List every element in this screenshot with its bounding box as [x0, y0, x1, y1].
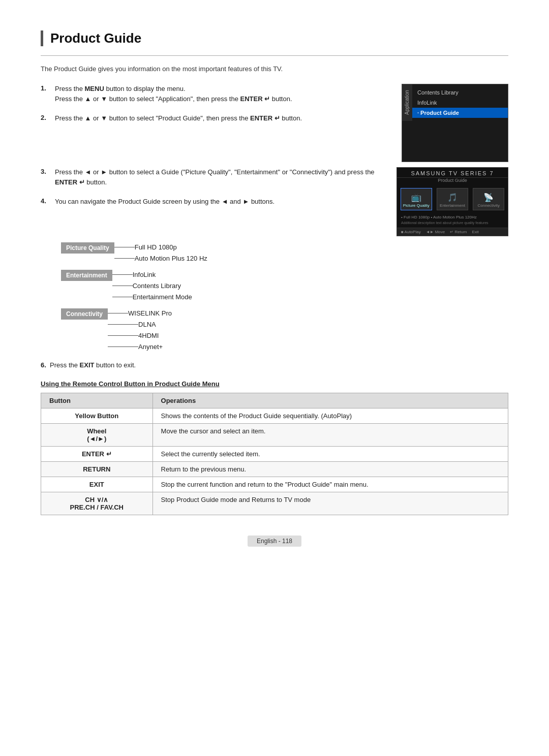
step-4-content: You can navigate the Product Guide scree… [55, 197, 387, 207]
panel-pq-icon: 📺 [411, 193, 421, 202]
sidebar-label: Application [402, 84, 412, 121]
menu-item-contents-library[interactable]: Contents Library [412, 87, 508, 98]
con-group: Connectivity WISELINK Pro DLNA 4HDMI [61, 307, 207, 352]
op-return: Return to the previous menu. [152, 462, 508, 477]
footer-move: ◄► Move [426, 230, 445, 234]
op-wheel: Move the cursor and select an item. [152, 424, 508, 447]
panel-picture-quality: 📺 Picture Quality [401, 188, 432, 210]
ent-item-3-text: Entertainment Mode [133, 293, 192, 301]
tv-series-footer: ■ AutoPlay ◄► Move ↵ Return Exit [397, 228, 508, 236]
table-header-operations: Operations [152, 393, 508, 408]
ent-item-2: Contents Library [112, 280, 192, 291]
panel-con-icon: 📡 [483, 193, 494, 202]
op-exit: Stop the current function and return to … [152, 477, 508, 492]
btn-exit: EXIT [41, 477, 153, 492]
tv-menu-screenshot: Application Contents Library InfoLink · … [402, 84, 508, 162]
step-4: 4. You can navigate the Product Guide sc… [41, 197, 387, 207]
step-1-num: 1. [41, 84, 50, 92]
panel-connectivity: 📡 Connectivity [473, 188, 504, 210]
footer-badge: English - 118 [248, 536, 301, 547]
con-item-3-text: 4HDMI [138, 332, 159, 339]
panel-ent-label: Entertainment [440, 203, 465, 208]
ent-lines: InfoLink Contents Library Entertainment … [112, 269, 192, 302]
table-row-wheel: Wheel(◄/►) Move the cursor and select an… [41, 424, 508, 447]
table-row-exit: EXIT Stop the current function and retur… [41, 477, 508, 492]
step-2-num: 2. [41, 113, 50, 121]
tv-series-panels: 📺 Picture Quality 🎵 Entertainment 📡 Conn… [397, 185, 508, 213]
panel-entertainment: 🎵 Entertainment [437, 188, 468, 210]
page-container: Product Guide The Product Guide gives yo… [41, 30, 508, 547]
pq-group: Picture Quality Full HD 1080p Auto Motio… [61, 241, 207, 264]
operations-table: Button Operations Yellow Button Shows th… [41, 393, 508, 515]
step-3-num: 3. [41, 167, 50, 175]
tv-series-desc: • Full HD 1080p • Auto Motion Plus 120Hz… [397, 213, 508, 228]
footer-exit: Exit [472, 230, 479, 234]
ent-group: Entertainment InfoLink Contents Library … [61, 269, 207, 302]
con-item-2-text: DLNA [138, 321, 156, 328]
title-bar: Product Guide [41, 30, 508, 46]
pq-lines: Full HD 1080p Auto Motion Plus 120 Hz [114, 241, 207, 264]
panel-ent-icon: 🎵 [447, 193, 458, 202]
intro-text: The Product Guide gives you information … [41, 65, 508, 73]
tv-series-box: SAMSUNG TV SERIES 7 Product Guide 📺 Pict… [396, 167, 508, 236]
step-6: 6. Press the EXIT button to exit. [41, 361, 508, 369]
pq-item-1: Full HD 1080p [114, 241, 207, 253]
table-header-button: Button [41, 393, 153, 408]
page-title: Product Guide [50, 30, 141, 46]
menu-item-infolink[interactable]: InfoLink [412, 98, 508, 108]
ent-label-box: Entertainment [61, 270, 112, 281]
pq-item-2-text: Auto Motion Plus 120 Hz [135, 255, 207, 262]
footer: English - 118 [41, 536, 508, 547]
ent-item-2-text: Contents Library [133, 282, 181, 290]
btn-return: RETURN [41, 462, 153, 477]
btn-yellow: Yellow Button [41, 408, 153, 424]
step-3: 3. Press the ◄ or ► button to select a G… [41, 167, 387, 187]
tv-series-title: SAMSUNG TV SERIES 7 [397, 168, 508, 178]
footer-return: ↵ Return [450, 230, 467, 234]
op-ch: Stop Product Guide mode and Returns to T… [152, 492, 508, 515]
pq-item-1-text: Full HD 1080p [135, 243, 177, 251]
con-item-2: DLNA [108, 319, 172, 330]
con-item-4: Anynet+ [108, 341, 172, 352]
btn-ch: CH ∨/∧PRE.CH / FAV.CH [41, 492, 153, 515]
con-item-1: WISELINK Pro [108, 307, 172, 319]
step-3-content: Press the ◄ or ► button to select a Guid… [55, 167, 387, 187]
title-divider [41, 55, 508, 56]
steps-1-2-text: 1. Press the MENU button to display the … [41, 84, 392, 133]
ent-item-3: Entertainment Mode [112, 291, 192, 302]
diagram-labels-col: Picture Quality Full HD 1080p Auto Motio… [61, 241, 207, 352]
panel-pq-label: Picture Quality [403, 203, 430, 208]
btn-wheel: Wheel(◄/►) [41, 424, 153, 447]
step-2: 2. Press the ▲ or ▼ button to select "Pr… [41, 113, 392, 123]
tv-menu-sidebar: Application Contents Library InfoLink · … [402, 84, 508, 121]
ent-item-1: InfoLink [112, 269, 192, 280]
tv-menu-box: Application Contents Library InfoLink · … [402, 84, 508, 162]
section-heading: Using the Remote Control Button in Produ… [41, 380, 508, 388]
steps-1-2-section: 1. Press the MENU button to display the … [41, 84, 508, 162]
table-row-yellow: Yellow Button Shows the contents of the … [41, 408, 508, 424]
btn-enter: ENTER ↵ [41, 447, 153, 462]
con-item-1-text: WISELINK Pro [128, 309, 172, 317]
steps-3-4-section: 3. Press the ◄ or ► button to select a G… [41, 167, 508, 236]
pq-item-2: Auto Motion Plus 120 Hz [114, 253, 207, 264]
ent-item-1-text: InfoLink [133, 271, 156, 278]
steps-3-4-text: 3. Press the ◄ or ► button to select a G… [41, 167, 387, 216]
tv-menu-content-area [402, 121, 508, 162]
tv-menu-items: Contents Library InfoLink · Product Guid… [412, 84, 508, 121]
con-item-4-text: Anynet+ [138, 343, 163, 351]
table-row-enter: ENTER ↵ Select the currently selected it… [41, 447, 508, 462]
menu-item-product-guide[interactable]: · Product Guide [412, 108, 508, 118]
tv-series-screenshot: SAMSUNG TV SERIES 7 Product Guide 📺 Pict… [396, 167, 508, 236]
pq-label-box: Picture Quality [61, 242, 114, 254]
con-lines: WISELINK Pro DLNA 4HDMI Anynet+ [108, 307, 172, 352]
step-1-content: Press the MENU button to display the men… [55, 84, 392, 104]
step-1: 1. Press the MENU button to display the … [41, 84, 392, 104]
tv-series-subtitle: Product Guide [397, 178, 508, 183]
footer-autoplay: ■ AutoPlay [401, 230, 421, 234]
step-4-num: 4. [41, 197, 50, 205]
op-enter: Select the currently selected item. [152, 447, 508, 462]
panel-con-label: Connectivity [478, 203, 500, 208]
table-row-return: RETURN Return to the previous menu. [41, 462, 508, 477]
con-label-box: Connectivity [61, 308, 108, 320]
step-2-content: Press the ▲ or ▼ button to select "Produ… [55, 113, 392, 123]
